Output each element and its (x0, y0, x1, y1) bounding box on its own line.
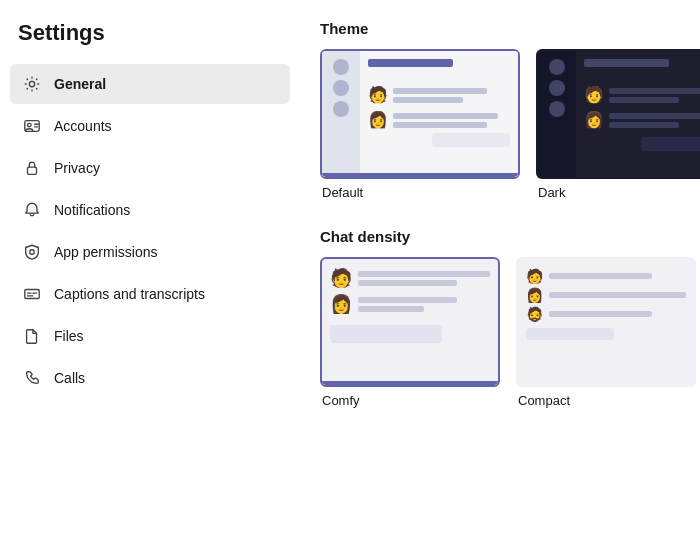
svg-point-0 (29, 81, 34, 86)
sidebar-item-calls[interactable]: Calls (10, 358, 290, 398)
density-card-comfy[interactable]: 🧑 👩 (320, 257, 500, 408)
sidebar-item-general[interactable]: General (10, 64, 290, 104)
captions-icon (22, 284, 42, 304)
svg-rect-5 (28, 167, 37, 174)
theme-preview-dark: 🧑 👩 (536, 49, 700, 179)
density-section-title: Chat density (320, 228, 680, 245)
notifications-icon (22, 200, 42, 220)
files-icon (22, 326, 42, 346)
sidebar-item-label-files: Files (54, 328, 84, 344)
density-card-compact[interactable]: 🧑 👩 🧔 (516, 257, 696, 408)
sidebar-item-label-captions: Captions and transcripts (54, 286, 205, 302)
sidebar-item-app-permissions[interactable]: App permissions (10, 232, 290, 272)
sidebar-item-captions[interactable]: Captions and transcripts (10, 274, 290, 314)
theme-preview-default: 🧑 👩 (320, 49, 520, 179)
page-title: Settings (10, 20, 290, 46)
theme-card-dark[interactable]: 🧑 👩 (536, 49, 700, 200)
svg-point-2 (28, 123, 32, 127)
density-options: 🧑 👩 (320, 257, 680, 408)
density-compact-msg-1: 🧑 (526, 269, 686, 283)
density-label-compact: Compact (516, 393, 570, 408)
preview-sidebar (322, 51, 360, 177)
sidebar-item-files[interactable]: Files (10, 316, 290, 356)
density-compact-msg-3: 🧔 (526, 307, 686, 321)
svg-point-6 (30, 250, 35, 255)
dark-preview-main: 🧑 👩 (576, 51, 700, 177)
sidebar-item-label-notifications: Notifications (54, 202, 130, 218)
density-msg-1: 🧑 (330, 269, 490, 287)
sidebar-item-label-general: General (54, 76, 106, 92)
main-content: Theme 🧑 (300, 20, 700, 552)
sidebar: Settings General Acc (0, 20, 300, 552)
svg-rect-7 (25, 290, 39, 299)
theme-options: 🧑 👩 (320, 49, 680, 200)
privacy-icon (22, 158, 42, 178)
density-msg-2: 👩 (330, 295, 490, 313)
sidebar-item-label-app-permissions: App permissions (54, 244, 158, 260)
gear-icon (22, 74, 42, 94)
accounts-icon (22, 116, 42, 136)
sidebar-item-label-privacy: Privacy (54, 160, 100, 176)
density-preview-comfy: 🧑 👩 (320, 257, 500, 387)
theme-section-title: Theme (320, 20, 680, 37)
sidebar-item-notifications[interactable]: Notifications (10, 190, 290, 230)
density-label-comfy: Comfy (320, 393, 360, 408)
sidebar-item-privacy[interactable]: Privacy (10, 148, 290, 188)
calls-icon (22, 368, 42, 388)
density-compact-msg-2: 👩 (526, 288, 686, 302)
density-preview-compact: 🧑 👩 🧔 (516, 257, 696, 387)
shield-icon (22, 242, 42, 262)
sidebar-item-accounts[interactable]: Accounts (10, 106, 290, 146)
sidebar-item-label-accounts: Accounts (54, 118, 112, 134)
sidebar-item-label-calls: Calls (54, 370, 85, 386)
dark-preview-sidebar (538, 51, 576, 177)
preview-main: 🧑 👩 (360, 51, 518, 177)
theme-label-dark: Dark (536, 185, 565, 200)
settings-container: Settings General Acc (0, 0, 700, 552)
theme-card-default[interactable]: 🧑 👩 (320, 49, 520, 200)
theme-label-default: Default (320, 185, 363, 200)
